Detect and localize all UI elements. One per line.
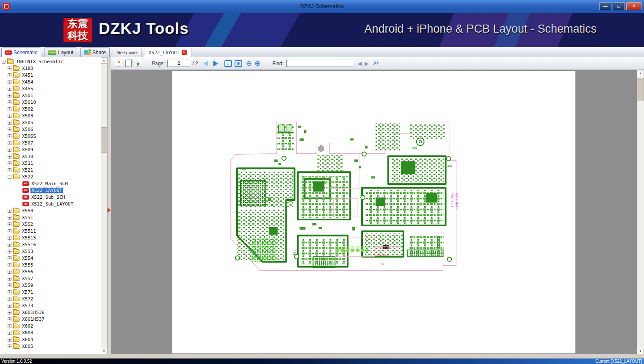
tree-item-x554[interactable]: +X554 bbox=[1, 255, 100, 261]
page-thumbnail-icon[interactable] bbox=[115, 60, 121, 67]
tree-item-x5515[interactable]: +X5515 bbox=[1, 234, 100, 241]
collapse-icon[interactable]: - bbox=[8, 175, 11, 179]
expand-icon[interactable]: + bbox=[8, 209, 11, 213]
expand-icon[interactable]: + bbox=[8, 114, 11, 118]
tab-layout[interactable]: PADS Layout bbox=[44, 47, 77, 57]
expand-icon[interactable]: + bbox=[8, 297, 11, 301]
tree-item-x5010[interactable]: +X5010 bbox=[1, 99, 100, 106]
tree-item-x509[interactable]: +X509 bbox=[1, 146, 100, 153]
expand-icon[interactable]: + bbox=[8, 141, 11, 145]
tree-scroll-down-button[interactable]: ▼ bbox=[101, 348, 107, 354]
expand-icon[interactable]: + bbox=[8, 256, 11, 260]
content-scroll-up-button[interactable]: ▲ bbox=[637, 70, 644, 76]
fit-page-icon[interactable]: ▣ bbox=[235, 60, 242, 67]
expand-icon[interactable]: + bbox=[8, 121, 11, 125]
tree-item-x506[interactable]: +X506 bbox=[1, 126, 100, 133]
expand-icon[interactable]: + bbox=[8, 304, 11, 308]
tree-item-x601h536[interactable]: +X601H536 bbox=[1, 309, 100, 316]
tree-item-x602[interactable]: +X602 bbox=[1, 322, 100, 329]
expand-icon[interactable]: + bbox=[8, 311, 11, 314]
match-case-icon[interactable]: Aª bbox=[373, 61, 378, 67]
tree-item-x5511[interactable]: +X5511 bbox=[1, 228, 100, 234]
sidebar-splitter[interactable] bbox=[107, 57, 111, 354]
expand-icon[interactable]: + bbox=[8, 155, 11, 158]
expand-icon[interactable]: + bbox=[8, 100, 11, 104]
tree-item-x571[interactable]: +X571 bbox=[1, 289, 100, 295]
tree-item-x510[interactable]: +X510 bbox=[1, 153, 100, 160]
tree-item-x550[interactable]: +X550 bbox=[1, 207, 100, 214]
expand-icon[interactable]: + bbox=[8, 73, 11, 77]
tree-item-x506s[interactable]: +X506S bbox=[1, 133, 100, 139]
expand-icon[interactable]: + bbox=[8, 134, 11, 138]
tree-item-x454[interactable]: +X454 bbox=[1, 78, 100, 85]
tree-item-x553[interactable]: +X553 bbox=[1, 248, 100, 255]
content-scroll-thumb[interactable] bbox=[637, 78, 644, 101]
expand-icon[interactable]: + bbox=[8, 87, 11, 91]
tree-item-x522_sub_sch[interactable]: PDFX522_Sub_SCH bbox=[1, 194, 100, 200]
tree-item-x555[interactable]: +X555 bbox=[1, 261, 100, 268]
find-input[interactable] bbox=[286, 60, 353, 67]
tree-item-x505[interactable]: +X505 bbox=[1, 119, 100, 126]
tree-item-x455[interactable]: +X455 bbox=[1, 85, 100, 92]
tree-item-x502[interactable]: +X502 bbox=[1, 106, 100, 112]
page-number-input[interactable] bbox=[167, 60, 190, 67]
tree-item-x451[interactable]: +X451 bbox=[1, 72, 100, 78]
expand-icon[interactable]: + bbox=[8, 317, 11, 321]
find-previous-icon[interactable]: ◀ bbox=[358, 61, 362, 67]
expand-icon[interactable]: + bbox=[8, 128, 11, 131]
expand-icon[interactable]: + bbox=[8, 161, 11, 165]
expand-icon[interactable]: + bbox=[8, 263, 11, 267]
expand-icon[interactable]: + bbox=[8, 148, 11, 152]
tree-item-x522_sub_layout[interactable]: PDFX522_Sub_LAYOUT bbox=[1, 200, 100, 207]
doc-tab-welcome[interactable]: Welcome bbox=[113, 48, 141, 57]
tree-item-x605[interactable]: +X605 bbox=[1, 343, 100, 350]
tree-item-x604[interactable]: +X604 bbox=[1, 336, 100, 343]
expand-icon[interactable]: + bbox=[8, 345, 11, 348]
expand-icon[interactable]: + bbox=[8, 107, 11, 111]
tree-item-x180[interactable]: +X180 bbox=[1, 65, 100, 72]
tree-item-x522_main_sch[interactable]: PDFX522_Main_SCH bbox=[1, 180, 100, 187]
tree-item-x503[interactable]: +X503 bbox=[1, 112, 100, 119]
zoom-in-icon[interactable]: ⊕ bbox=[254, 60, 260, 67]
previous-page-icon[interactable] bbox=[204, 61, 208, 67]
tree-item-x501[interactable]: +X501 bbox=[1, 92, 100, 99]
expand-icon[interactable]: + bbox=[8, 277, 11, 281]
expand-icon[interactable]: + bbox=[8, 283, 11, 287]
copy-page-icon[interactable] bbox=[125, 60, 132, 67]
export-page-icon[interactable] bbox=[136, 60, 142, 67]
tree-item-x522[interactable]: -X522 bbox=[1, 173, 100, 180]
tree-item-x511[interactable]: +X511 bbox=[1, 160, 100, 167]
tree-item-infinix schematic[interactable]: -INFINIX Schematic bbox=[1, 58, 100, 65]
expand-icon[interactable]: + bbox=[8, 290, 11, 294]
expand-icon[interactable]: + bbox=[8, 94, 11, 97]
expand-icon[interactable]: + bbox=[8, 168, 11, 172]
tree-item-x522_layout[interactable]: PDFX522_LAYOUT bbox=[1, 187, 100, 194]
tree-item-x507[interactable]: +X507 bbox=[1, 139, 100, 146]
tree-item-x603[interactable]: +X603 bbox=[1, 329, 100, 336]
tab-share[interactable]: Share bbox=[80, 47, 110, 57]
document-viewport[interactable]: DP3 GND GND GND GND GND GND BAT_ON GNDVB… bbox=[111, 70, 637, 354]
tree-item-x5516[interactable]: +X5516 bbox=[1, 241, 100, 248]
find-next-icon[interactable]: ▶ bbox=[365, 61, 368, 67]
zoom-out-icon[interactable]: ⊖ bbox=[246, 60, 252, 67]
next-page-icon[interactable] bbox=[213, 61, 218, 67]
tree-item-x557[interactable]: +X557 bbox=[1, 275, 100, 282]
content-scroll-down-button[interactable]: ▼ bbox=[637, 348, 644, 354]
splitter-collapse-icon[interactable] bbox=[108, 208, 111, 213]
expand-icon[interactable]: + bbox=[8, 324, 11, 328]
maximize-button[interactable]: □ bbox=[613, 2, 625, 10]
collapse-icon[interactable]: - bbox=[2, 60, 6, 64]
tree-scrollbar[interactable]: ▲ ▼ bbox=[101, 57, 107, 354]
tree-item-x521[interactable]: +X521 bbox=[1, 167, 100, 173]
expand-icon[interactable]: + bbox=[8, 236, 11, 240]
tree-item-x572[interactable]: +X572 bbox=[1, 295, 100, 302]
close-button[interactable]: × bbox=[626, 2, 641, 10]
tree-item-x559[interactable]: +X559 bbox=[1, 282, 100, 289]
fit-width-icon[interactable]: ↔ bbox=[224, 60, 232, 67]
expand-icon[interactable]: + bbox=[8, 270, 11, 274]
content-scrollbar[interactable]: ▲ ▼ bbox=[637, 70, 644, 354]
expand-icon[interactable]: + bbox=[8, 243, 11, 247]
expand-icon[interactable]: + bbox=[8, 80, 11, 84]
expand-icon[interactable]: + bbox=[8, 229, 11, 233]
expand-icon[interactable]: + bbox=[8, 222, 11, 226]
